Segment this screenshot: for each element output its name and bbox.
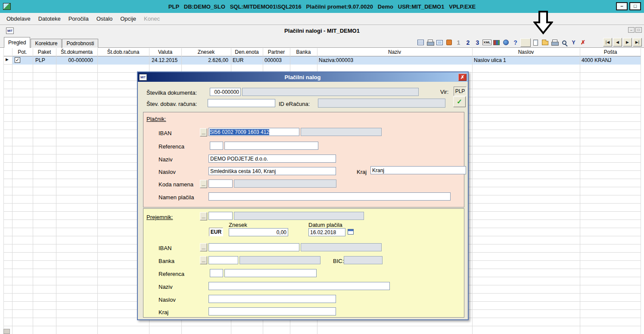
nav-first-button[interactable]: |◀ bbox=[603, 38, 612, 46]
menu-item-ostalo[interactable]: Ostalo bbox=[93, 15, 117, 22]
prejemnik-kraj-input[interactable] bbox=[208, 307, 336, 315]
pot-checkbox[interactable]: ✓ bbox=[15, 57, 20, 63]
namen-placila-label: Namen plačila bbox=[159, 194, 194, 201]
tab-korekture[interactable]: Korekture bbox=[31, 39, 62, 48]
maximize-button[interactable]: □ bbox=[629, 2, 641, 10]
placnik-section-label: Plačnik: bbox=[146, 116, 166, 122]
prejemnik-kraj-label: Kraj bbox=[159, 309, 168, 315]
printer-icon bbox=[427, 40, 433, 45]
menubar: Obdelave Datoteke Poročila Ostalo Opcije… bbox=[3, 13, 164, 25]
payment-order-dialog: MIT Plačilni nalog ✗ Številka dokumenta:… bbox=[137, 71, 469, 320]
nav-last-button[interactable]: ▶| bbox=[633, 38, 642, 46]
prejemnik-naslov-input[interactable] bbox=[208, 295, 336, 303]
prejemnik-referenca-model-input[interactable] bbox=[210, 269, 223, 277]
blank-toolbar-button bbox=[520, 38, 531, 47]
minimize-button[interactable]: – bbox=[616, 2, 628, 10]
view-3-button[interactable]: 3 bbox=[473, 38, 482, 47]
screen-view-button[interactable] bbox=[435, 38, 444, 47]
menu-item-obdelave[interactable]: Obdelave bbox=[3, 15, 34, 22]
placnik-naziv-input[interactable] bbox=[208, 155, 336, 163]
prejemnik-naziv-label: Naziv bbox=[159, 284, 173, 290]
prejemnik-naziv-input[interactable] bbox=[208, 282, 390, 290]
banka-lookup-button[interactable]: ... bbox=[200, 256, 207, 264]
placnik-iban-input[interactable]: SI56 0202 7009 1603 412 bbox=[208, 128, 299, 136]
column-header-posta[interactable]: Pošta bbox=[580, 48, 641, 56]
column-header-valuta[interactable]: Valuta bbox=[149, 48, 181, 56]
nav-next-button[interactable]: ▶ bbox=[623, 38, 632, 46]
column-header-naslov[interactable]: Naslov bbox=[472, 48, 580, 56]
new-record-button[interactable] bbox=[531, 38, 540, 47]
znesek-label: Znesek bbox=[229, 222, 247, 228]
placnik-referenca-input[interactable] bbox=[224, 142, 318, 150]
banka-label: Banka bbox=[159, 258, 174, 264]
prejemnik-lookup-button[interactable]: ... bbox=[200, 212, 207, 220]
menu-item-datoteke[interactable]: Datoteke bbox=[34, 15, 65, 22]
datum-placila-input[interactable] bbox=[308, 228, 345, 236]
menu-item-opcije[interactable]: Opcije bbox=[116, 15, 140, 22]
web-button[interactable] bbox=[501, 38, 510, 47]
column-header-naziv[interactable]: Naziv bbox=[317, 48, 472, 56]
export-icon bbox=[446, 40, 452, 45]
tab-podrobnosti[interactable]: Podrobnosti bbox=[62, 39, 98, 48]
tab-pregled[interactable]: Pregled bbox=[4, 37, 30, 48]
datum-placila-label: Datum plačila bbox=[308, 222, 342, 228]
placnik-referenca-model-input[interactable] bbox=[210, 142, 223, 150]
mit-logo-icon: MIT bbox=[139, 74, 147, 80]
view-2-button[interactable]: 2 bbox=[464, 38, 473, 47]
banka-input[interactable] bbox=[208, 256, 238, 264]
placnik-kraj-input[interactable] bbox=[370, 166, 466, 174]
nav-prev-button[interactable]: ◀ bbox=[613, 38, 622, 46]
delete-button[interactable]: ✗ bbox=[579, 38, 588, 47]
printer-icon bbox=[551, 40, 558, 45]
dialog-close-button[interactable]: ✗ bbox=[458, 74, 467, 81]
placnik-referenca-label: Referenca bbox=[159, 143, 184, 150]
menu-item-porocila[interactable]: Poročila bbox=[65, 15, 93, 22]
browse-tables-button[interactable] bbox=[492, 38, 501, 47]
stevilka-dokumenta-input[interactable] bbox=[210, 88, 241, 96]
stev-dobav-racuna-input[interactable] bbox=[208, 99, 275, 107]
dokument-naziv-field bbox=[242, 88, 419, 96]
child-minimize-button[interactable]: – bbox=[628, 27, 635, 33]
koda-namena-input[interactable] bbox=[208, 179, 233, 188]
column-header-pot[interactable]: Pot. bbox=[12, 48, 33, 56]
xml-export-button[interactable]: XML bbox=[482, 38, 492, 47]
cell-st-dob-racuna bbox=[97, 56, 149, 65]
child-restore-button[interactable]: □ bbox=[635, 27, 642, 33]
help-button[interactable]: ? bbox=[511, 38, 520, 47]
koda-namena-label: Koda namena bbox=[159, 181, 193, 188]
prejemnik-referenca-input[interactable] bbox=[224, 269, 317, 277]
column-header-partner[interactable]: Partner bbox=[263, 48, 290, 56]
cell-banka bbox=[290, 56, 317, 65]
znesek-input[interactable] bbox=[229, 228, 288, 236]
search-button[interactable] bbox=[560, 38, 569, 47]
print-button[interactable] bbox=[550, 38, 559, 47]
column-header-den-enota[interactable]: Den.enota bbox=[231, 48, 263, 56]
namen-placila-input[interactable] bbox=[208, 192, 451, 201]
prejemnik-iban-input[interactable] bbox=[208, 243, 299, 251]
export-button[interactable] bbox=[445, 38, 454, 47]
stev-dobav-racuna-label: Štev. dobav. računa: bbox=[146, 101, 197, 107]
confirm-button[interactable]: ✓ bbox=[453, 96, 466, 107]
koda-namena-lookup-button[interactable]: ... bbox=[200, 180, 207, 188]
print-preview-button[interactable] bbox=[426, 38, 435, 47]
open-button[interactable] bbox=[541, 38, 550, 47]
cell-den-enota: EUR bbox=[231, 56, 263, 65]
column-header-banka[interactable]: Banka bbox=[290, 48, 317, 56]
placnik-iban-lookup-button[interactable]: ... bbox=[200, 128, 207, 136]
bic-field bbox=[344, 256, 383, 264]
column-header-paket[interactable]: Paket bbox=[33, 48, 56, 56]
column-header-st-dob-racuna[interactable]: Št.dob.računa bbox=[97, 48, 149, 56]
column-header-znesek[interactable]: Znesek bbox=[181, 48, 231, 56]
tabstrip: Pregled Korekture Podrobnosti bbox=[4, 37, 99, 48]
cell-partner: 000003 bbox=[263, 56, 290, 65]
vir-label: Vir: bbox=[440, 89, 448, 95]
dialog-titlebar[interactable]: MIT Plačilni nalog ✗ bbox=[138, 72, 468, 82]
prejemnik-sifra-input[interactable] bbox=[208, 212, 233, 220]
calendar-icon[interactable] bbox=[348, 229, 354, 235]
open-folder-icon bbox=[542, 41, 548, 45]
prejemnik-iban-lookup-button[interactable]: ... bbox=[200, 243, 207, 251]
column-header-st-dokumenta[interactable]: Št.dokumenta bbox=[56, 48, 97, 56]
placnik-naslov-input[interactable] bbox=[208, 167, 336, 175]
filter-button[interactable]: Y bbox=[569, 38, 578, 47]
report-view-button[interactable] bbox=[416, 38, 425, 47]
